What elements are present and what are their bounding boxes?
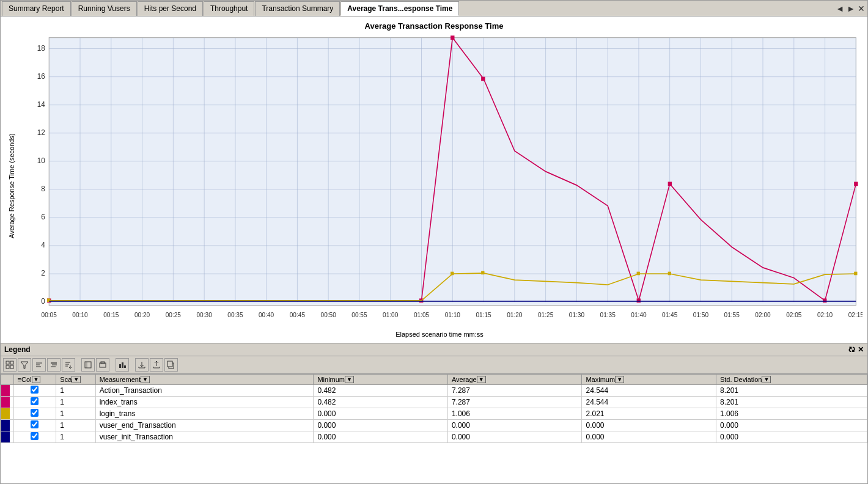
th-scale: Sca ▼	[56, 375, 95, 385]
table-row: 1 vuser_end_Transaction 0.000 0.000 0.00…	[1, 420, 867, 431]
tab-prev-icon[interactable]: ◄	[836, 4, 844, 13]
checkbox-cell[interactable]	[13, 385, 56, 397]
average-cell: 7.287	[447, 385, 582, 397]
svg-text:01:15: 01:15	[476, 312, 491, 318]
svg-text:4: 4	[41, 241, 45, 249]
chart-title: Average Transaction Response Time	[6, 21, 862, 31]
legend-btn-4[interactable]	[47, 358, 61, 372]
legend-btn-11[interactable]	[164, 358, 178, 372]
minimum-cell: 0.000	[314, 431, 448, 443]
tab-summary-report[interactable]: Summary Report	[2, 1, 71, 16]
chart-svg: 0 2 4 6 8 10 12 14 16 18 00:05 00:10	[17, 34, 862, 329]
legend-btn-2[interactable]	[18, 358, 31, 372]
checkbox-cell[interactable]	[13, 420, 56, 431]
std-deviation-cell: 1.006	[716, 408, 867, 420]
th-std-deviation: Std. Deviation ▼	[716, 375, 867, 385]
svg-text:01:00: 01:00	[383, 312, 398, 318]
svg-rect-77	[481, 77, 485, 81]
scale-cell: 1	[56, 431, 95, 443]
checkbox-cell[interactable]	[13, 408, 56, 420]
svg-text:02:15: 02:15	[848, 312, 862, 318]
checkbox-cell[interactable]	[13, 397, 56, 408]
y-axis-label: Average Response Time (seconds)	[6, 34, 17, 338]
average-dropdown[interactable]: ▼	[477, 376, 486, 383]
tab-throughput[interactable]: Throughput	[204, 1, 254, 16]
svg-text:18: 18	[37, 44, 45, 53]
svg-text:00:20: 00:20	[134, 312, 150, 318]
legend-btn-6[interactable]	[81, 358, 95, 372]
svg-text:00:25: 00:25	[166, 312, 181, 318]
maximum-dropdown[interactable]: ▼	[615, 376, 624, 383]
row-checkbox[interactable]	[31, 409, 39, 417]
svg-text:00:35: 00:35	[227, 312, 243, 318]
th-maximum: Maximum ▼	[582, 375, 716, 385]
svg-rect-108	[124, 365, 126, 368]
legend-btn-5[interactable]	[62, 358, 75, 372]
tab-avg-trans-response[interactable]: Average Trans...esponse Time	[340, 1, 459, 16]
scale-cell: 1	[56, 420, 95, 431]
svg-rect-106	[119, 364, 121, 368]
svg-text:14: 14	[37, 100, 45, 109]
svg-rect-87	[854, 272, 857, 276]
row-checkbox[interactable]	[31, 420, 39, 428]
scale-dropdown[interactable]: ▼	[72, 376, 81, 383]
col-dropdown[interactable]: ▼	[32, 376, 41, 383]
minimum-dropdown[interactable]: ▼	[345, 376, 354, 383]
row-checkbox[interactable]	[31, 386, 39, 394]
std-deviation-dropdown[interactable]: ▼	[762, 376, 771, 383]
svg-text:01:05: 01:05	[414, 312, 429, 318]
svg-rect-84	[481, 271, 484, 275]
row-checkbox[interactable]	[31, 397, 39, 405]
measurement-cell: Action_Transaction	[95, 385, 314, 397]
checkbox-cell[interactable]	[13, 431, 56, 443]
tab-hits-per-second[interactable]: Hits per Second	[138, 1, 203, 16]
svg-text:01:10: 01:10	[445, 312, 460, 318]
tab-close-icon[interactable]: ✕	[858, 4, 865, 13]
chart-panel: Average Transaction Response Time Averag…	[0, 16, 868, 343]
legend-header: Legend 🗘 ✕	[1, 343, 867, 356]
chart-area: Average Response Time (seconds)	[6, 34, 862, 338]
legend-btn-10[interactable]	[150, 358, 163, 372]
tab-next-icon[interactable]: ►	[847, 4, 855, 13]
svg-text:8: 8	[41, 185, 45, 193]
legend-close-icon[interactable]: ✕	[858, 345, 864, 354]
table-row: 1 vuser_init_Transaction 0.000 0.000 0.0…	[1, 431, 867, 443]
measurement-cell: vuser_init_Transaction	[95, 431, 314, 443]
legend-pin-icon[interactable]: 🗘	[848, 346, 855, 353]
svg-text:02:10: 02:10	[817, 312, 833, 318]
color-swatch-cell	[1, 385, 14, 397]
svg-rect-112	[167, 361, 172, 367]
legend-btn-1[interactable]	[3, 358, 17, 372]
row-checkbox[interactable]	[31, 432, 39, 440]
scale-cell: 1	[56, 408, 95, 420]
svg-rect-80	[823, 298, 826, 302]
legend-btn-8[interactable]	[116, 358, 129, 372]
svg-text:00:50: 00:50	[321, 312, 336, 318]
tab-transaction-summary[interactable]: Transaction Summary	[255, 1, 340, 16]
svg-text:00:55: 00:55	[351, 312, 367, 318]
scale-cell: 1	[56, 385, 95, 397]
svg-text:2: 2	[41, 269, 45, 277]
svg-text:0: 0	[41, 297, 45, 306]
legend-btn-7[interactable]	[96, 358, 109, 372]
main-container: Summary Report Running Vusers Hits per S…	[0, 0, 868, 484]
legend-title: Legend	[4, 345, 31, 354]
measurement-dropdown[interactable]: ▼	[141, 376, 150, 383]
svg-text:01:55: 01:55	[724, 312, 740, 318]
maximum-cell: 24.544	[582, 385, 716, 397]
legend-table: ≡ Col ▼ Sca ▼	[1, 374, 867, 483]
legend-btn-3[interactable]	[32, 358, 46, 372]
std-deviation-cell: 0.000	[716, 420, 867, 431]
svg-rect-102	[85, 362, 91, 368]
svg-text:02:05: 02:05	[786, 312, 801, 318]
svg-text:6: 6	[41, 213, 45, 221]
x-axis-label: Elapsed scenario time mm:ss	[17, 331, 862, 338]
svg-rect-76	[451, 35, 454, 40]
svg-rect-86	[668, 272, 671, 276]
tab-running-vusers[interactable]: Running Vusers	[72, 1, 137, 16]
svg-marker-92	[21, 362, 28, 369]
legend-btn-9[interactable]	[135, 358, 149, 372]
svg-text:01:20: 01:20	[507, 312, 522, 318]
average-cell: 0.000	[447, 420, 582, 431]
minimum-cell: 0.482	[314, 397, 448, 408]
